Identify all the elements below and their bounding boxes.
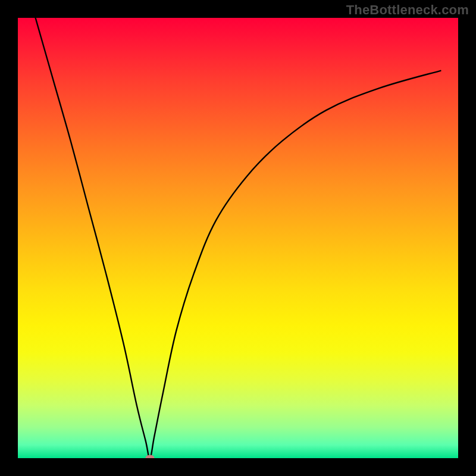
curve-minimum-marker (146, 455, 155, 459)
chart-frame: TheBottleneck.com (0, 0, 476, 476)
watermark-text: TheBottleneck.com (346, 2, 469, 18)
plot-area (18, 18, 458, 458)
bottleneck-curve (18, 18, 458, 458)
